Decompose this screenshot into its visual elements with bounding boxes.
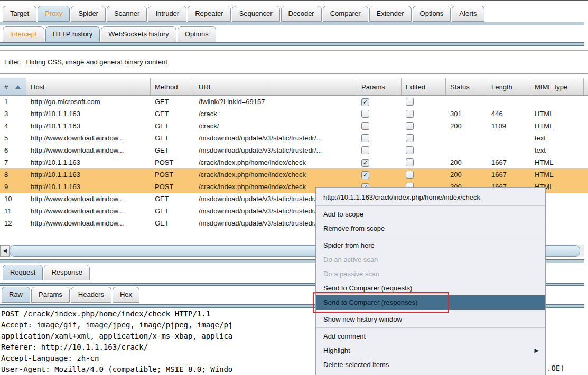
column-header-host[interactable]: Host (26, 78, 151, 95)
menu-item-add-comment[interactable]: Add comment (316, 329, 545, 343)
tab-scanner[interactable]: Scanner (107, 6, 147, 22)
tab-proxy[interactable]: Proxy (38, 6, 70, 22)
tab-spider[interactable]: Spider (71, 6, 106, 22)
menu-item-show-new-history-window[interactable]: Show new history window (316, 312, 545, 326)
tab-hex[interactable]: Hex (113, 287, 139, 303)
cell-status: 200 (446, 120, 487, 132)
tab-options[interactable]: Options (413, 6, 451, 22)
filter-bar[interactable]: Filter: Hiding CSS, image and general bi… (0, 50, 588, 74)
params-checkbox (361, 122, 369, 130)
cell-method: POST (151, 156, 194, 168)
edited-checkbox (406, 171, 414, 179)
column-header-length[interactable]: Length (487, 78, 530, 95)
tab-target[interactable]: Target (3, 6, 36, 22)
scroll-left-button[interactable]: ◀ (0, 245, 10, 257)
cell-length: 1667 (487, 156, 530, 168)
menu-item-spider-from-here[interactable]: Spider from here (316, 238, 545, 252)
menu-item-send-to-comparer-responses[interactable]: Send to Comparer (responses) (316, 295, 545, 310)
cell-host: http://www.download.window... (26, 205, 151, 217)
cell-num: 10 (0, 193, 26, 205)
tab-websockets-history[interactable]: WebSockets history (101, 26, 176, 42)
cell-params: ✓ (357, 168, 402, 181)
menu-separator (316, 311, 545, 311)
cell-method: GET (151, 193, 194, 205)
request-response-tab-bar: RequestResponse (3, 265, 90, 280)
cell-num: 11 (0, 205, 26, 217)
cell-method: GET (151, 108, 194, 120)
table-row[interactable]: 6http://www.download.window...GET/msdown… (0, 144, 588, 156)
menu-title-url: http://10.1.1.163/crack/index.php/home/i… (316, 190, 545, 204)
cell-url: /crack (194, 108, 357, 120)
cell-status (446, 144, 487, 156)
menu-separator (316, 237, 545, 237)
cell-edited (402, 108, 446, 120)
table-row[interactable]: 3http://10.1.1.163GET/crack301446HTML (0, 108, 588, 120)
context-menu: http://10.1.1.163/crack/index.php/home/i… (315, 187, 546, 375)
tab-request[interactable]: Request (3, 265, 43, 280)
tab-options[interactable]: Options (178, 26, 216, 42)
tab-decoder[interactable]: Decoder (281, 6, 322, 22)
menu-item-delete-selected-items[interactable]: Delete selected items (316, 358, 545, 372)
cell-host: http://10.1.1.163 (26, 120, 151, 132)
menu-item-send-to-comparer-requests[interactable]: Send to Comparer (requests) (316, 281, 545, 295)
table-row[interactable]: 7http://10.1.1.163POST/crack/index.php/h… (0, 156, 588, 168)
tab-raw[interactable]: Raw (2, 287, 30, 303)
menu-item-do-an-active-scan: Do an active scan (316, 252, 545, 267)
cell-num: 3 (0, 108, 26, 120)
tab-params[interactable]: Params (31, 287, 70, 303)
cell-length (487, 144, 530, 156)
tab-comparer[interactable]: Comparer (323, 6, 368, 22)
cell-num: 7 (0, 156, 26, 168)
params-checkbox: ✓ (361, 159, 369, 167)
history-table-header: #HostMethodURLParamsEditedStatusLengthMI… (0, 78, 588, 96)
params-checkbox: ✓ (361, 98, 369, 106)
column-header-mime-type[interactable]: MIME type (530, 78, 584, 95)
cell-host: http://www.download.window... (26, 144, 151, 156)
tab-repeater[interactable]: Repeater (188, 6, 230, 22)
tab-intercept[interactable]: Intercept (3, 26, 44, 42)
table-row[interactable]: 5http://www.download.window...GET/msdown… (0, 132, 588, 144)
cell-host: http://go.microsoft.com (26, 96, 151, 108)
menu-item-remove-from-scope[interactable]: Remove from scope (316, 221, 545, 236)
tab-extender[interactable]: Extender (369, 6, 412, 22)
cell-host: http://www.download.window... (26, 132, 151, 144)
cell-params: ✓ (357, 156, 402, 168)
cell-params (357, 108, 402, 120)
cell-url: /msdownload/update/v3/static/trustedr/..… (194, 144, 357, 156)
cell-mime: text (530, 132, 584, 144)
column-label: URL (199, 83, 212, 91)
cell-method: POST (151, 181, 194, 193)
cell-edited (402, 144, 446, 156)
tab-intruder[interactable]: Intruder (148, 6, 186, 22)
menu-item-highlight[interactable]: Highlight▶ (316, 343, 545, 358)
table-row[interactable]: 8http://10.1.1.163POST/crack/index.php/h… (0, 168, 588, 181)
column-header-edited[interactable]: Edited (402, 78, 446, 95)
cell-num: 8 (0, 168, 26, 181)
edited-checkbox (406, 98, 414, 106)
menu-item-clear-history[interactable]: Clear history (316, 372, 545, 375)
left-arrow-icon: ◀ (3, 248, 7, 254)
table-row[interactable]: 4http://10.1.1.163GET/crack/2001109HTML (0, 120, 588, 132)
column-header-url[interactable]: URL (194, 78, 357, 95)
cell-params (357, 120, 402, 132)
tab-headers[interactable]: Headers (71, 287, 111, 303)
menu-item-add-to-scope[interactable]: Add to scope (316, 207, 545, 221)
cell-length (487, 132, 530, 144)
cell-method: POST (151, 168, 194, 181)
filter-text: Hiding CSS, image and general binary con… (26, 58, 167, 66)
column-header-method[interactable]: Method (151, 78, 194, 95)
tab-alerts[interactable]: Alerts (452, 6, 484, 22)
tab-http-history[interactable]: HTTP history (45, 26, 100, 42)
cell-length: 1667 (487, 168, 530, 181)
tab-response[interactable]: Response (44, 265, 90, 280)
column-header-params[interactable]: Params (357, 78, 402, 95)
table-row[interactable]: 1http://go.microsoft.comGET/fwlink/?Link… (0, 96, 588, 108)
column-header-[interactable]: # (0, 78, 26, 95)
cell-num: 12 (0, 217, 26, 229)
cell-edited (402, 168, 446, 181)
cell-edited (402, 120, 446, 132)
cell-num: 4 (0, 120, 26, 132)
column-header-status[interactable]: Status (446, 78, 487, 95)
tab-sequencer[interactable]: Sequencer (232, 6, 280, 22)
cell-url: /crack/ (194, 120, 357, 132)
